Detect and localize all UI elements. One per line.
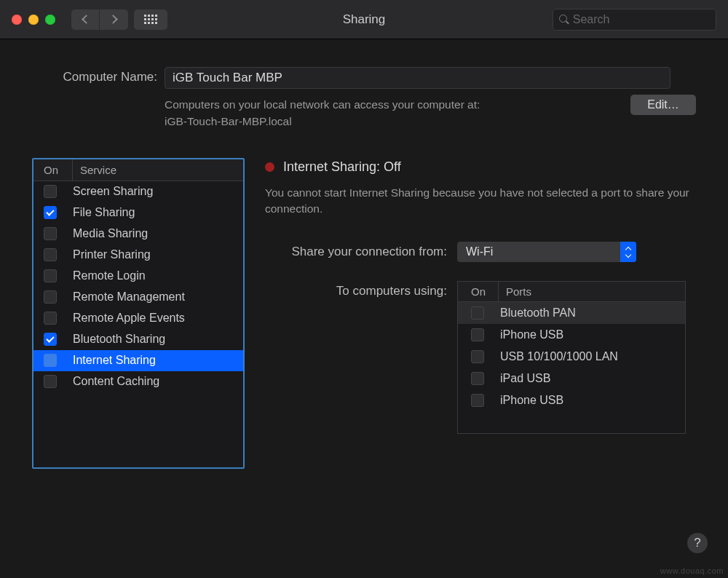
search-field[interactable] — [553, 9, 716, 31]
service-row[interactable]: Remote Management — [33, 287, 243, 308]
port-row[interactable]: USB 10/100/1000 LAN — [458, 346, 685, 368]
port-label: iPhone USB — [500, 394, 563, 407]
dropdown-arrows-icon — [620, 242, 636, 262]
port-checkbox[interactable] — [471, 394, 484, 407]
service-label: Content Caching — [73, 375, 159, 388]
service-row[interactable]: Screen Sharing — [33, 181, 243, 202]
search-icon — [559, 15, 569, 25]
zoom-window-button[interactable] — [45, 15, 55, 25]
computer-name-label: Computer Name: — [32, 67, 165, 130]
search-input[interactable] — [573, 13, 710, 26]
service-checkbox[interactable] — [44, 333, 57, 346]
to-using-label: To computers using: — [265, 281, 457, 298]
service-row[interactable]: Internet Sharing — [33, 350, 243, 371]
port-label: USB 10/100/1000 LAN — [500, 350, 618, 363]
status-indicator-icon — [265, 162, 274, 172]
port-row[interactable]: iPhone USB — [458, 324, 685, 346]
ports-header-name: Ports — [499, 285, 531, 298]
service-checkbox[interactable] — [44, 269, 57, 282]
service-checkbox[interactable] — [44, 312, 57, 325]
computer-name-field[interactable]: iGB Touch Bar MBP — [165, 67, 670, 89]
status-message: You cannot start Internet Sharing becaus… — [265, 185, 696, 218]
back-button[interactable] — [71, 9, 100, 30]
status-title: Internet Sharing: Off — [283, 159, 401, 175]
edit-button[interactable]: Edit… — [630, 95, 696, 115]
port-row[interactable]: iPhone USB — [458, 389, 685, 411]
service-row[interactable]: Printer Sharing — [33, 245, 243, 266]
chevron-left-icon — [82, 15, 91, 24]
service-row[interactable]: Bluetooth Sharing — [33, 329, 243, 350]
port-row[interactable]: iPad USB — [458, 368, 685, 389]
service-label: Media Sharing — [73, 227, 148, 240]
service-label: Remote Login — [73, 269, 146, 282]
service-row[interactable]: Remote Apple Events — [33, 308, 243, 329]
services-header-name: Service — [73, 164, 116, 176]
forward-button[interactable] — [100, 9, 128, 30]
services-header-on: On — [33, 159, 73, 181]
port-checkbox[interactable] — [471, 328, 484, 341]
service-label: Screen Sharing — [73, 185, 153, 198]
main-panel: On Service Screen SharingFile SharingMed… — [0, 143, 728, 469]
services-list: On Service Screen SharingFile SharingMed… — [32, 158, 245, 469]
services-header: On Service — [33, 159, 243, 181]
service-detail: Internet Sharing: Off You cannot start I… — [265, 158, 696, 469]
service-checkbox[interactable] — [44, 375, 57, 388]
share-from-dropdown[interactable]: Wi-Fi — [457, 242, 636, 262]
service-label: File Sharing — [73, 206, 135, 219]
chevron-right-icon — [108, 15, 118, 24]
window-controls — [12, 15, 55, 25]
service-row[interactable]: Content Caching — [33, 371, 243, 392]
service-checkbox[interactable] — [44, 290, 57, 304]
port-checkbox[interactable] — [471, 372, 484, 385]
service-checkbox[interactable] — [44, 248, 57, 261]
share-from-label: Share your connection from: — [265, 245, 457, 259]
computer-name-value: iGB Touch Bar MBP — [173, 71, 282, 85]
service-checkbox[interactable] — [44, 206, 57, 219]
service-checkbox[interactable] — [44, 227, 57, 240]
show-all-button[interactable] — [134, 9, 167, 30]
port-label: Bluetooth PAN — [500, 306, 576, 320]
ports-header: On Ports — [458, 282, 685, 302]
help-button[interactable]: ? — [687, 533, 708, 553]
service-row[interactable]: Remote Login — [33, 266, 243, 287]
watermark: www.douaq.com — [660, 566, 724, 575]
port-label: iPhone USB — [500, 328, 563, 341]
port-checkbox[interactable] — [471, 306, 484, 320]
service-row[interactable]: File Sharing — [33, 202, 243, 223]
grid-icon — [144, 15, 157, 24]
port-row[interactable]: Bluetooth PAN — [458, 302, 685, 324]
close-window-button[interactable] — [12, 15, 22, 25]
ports-header-on: On — [458, 282, 499, 301]
minimize-window-button[interactable] — [28, 15, 39, 25]
service-checkbox[interactable] — [44, 185, 57, 198]
service-row[interactable]: Media Sharing — [33, 223, 243, 245]
port-label: iPad USB — [500, 372, 550, 385]
nav-segment — [71, 9, 128, 30]
service-label: Remote Apple Events — [73, 312, 185, 325]
computer-name-section: Computer Name: iGB Touch Bar MBP Compute… — [0, 39, 728, 143]
computer-name-description: Computers on your local network can acce… — [165, 96, 616, 130]
service-checkbox[interactable] — [44, 354, 57, 367]
ports-list: On Ports Bluetooth PANiPhone USBUSB 10/1… — [457, 281, 686, 434]
service-label: Printer Sharing — [73, 248, 151, 261]
port-checkbox[interactable] — [471, 350, 484, 363]
titlebar: Sharing — [0, 0, 728, 39]
service-label: Internet Sharing — [73, 354, 156, 367]
share-from-value: Wi-Fi — [466, 245, 493, 258]
service-label: Remote Management — [73, 290, 185, 304]
service-label: Bluetooth Sharing — [73, 333, 165, 346]
